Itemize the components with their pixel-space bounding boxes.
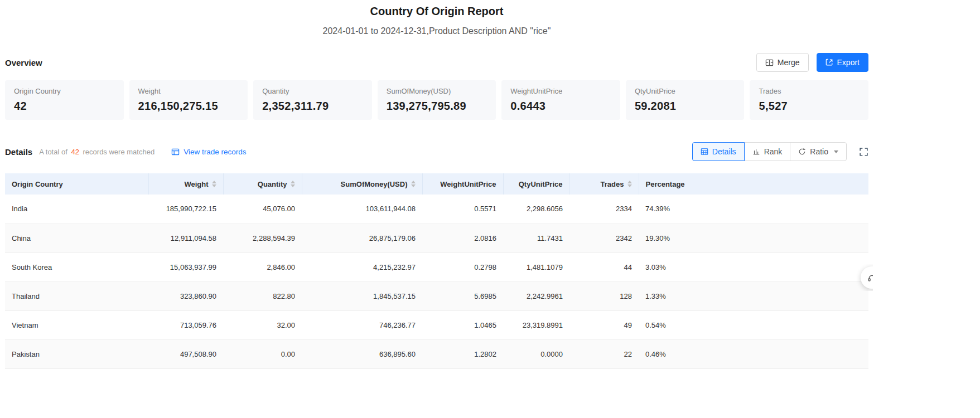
sort-carets-icon[interactable] (627, 181, 632, 187)
column-label: Quantity (258, 180, 287, 188)
value-cell: 2.0816 (422, 223, 503, 252)
chevron-down-icon (834, 150, 838, 153)
value-cell: 22 (569, 339, 639, 368)
value-cell: 0.54% (639, 310, 868, 339)
table-header-row: Origin Country Weight Quantity SumOfMone… (5, 173, 868, 195)
value-cell: 44 (569, 252, 639, 281)
view-trade-records-link[interactable]: View trade records (171, 148, 246, 156)
value-cell: 0.0000 (503, 339, 569, 368)
column-header[interactable]: Weight (148, 173, 223, 195)
stat-card: Trades 5,527 (750, 80, 868, 120)
value-cell: 822.80 (223, 281, 302, 310)
export-icon (825, 59, 833, 66)
value-cell: 26,875,179.06 (302, 223, 422, 252)
value-cell: 1.33% (639, 281, 868, 310)
stat-card-label: Trades (759, 87, 860, 95)
column-header[interactable]: SumOfMoney(USD) (302, 173, 422, 195)
support-button[interactable] (861, 266, 873, 289)
country-cell: Thailand (5, 281, 148, 310)
country-cell: Vietnam (5, 310, 148, 339)
stat-card-label: SumOfMoney(USD) (387, 87, 487, 95)
sort-carets-icon[interactable] (411, 181, 416, 187)
tab-ratio[interactable]: Ratio (790, 142, 847, 161)
country-cell: South Korea (5, 252, 148, 281)
stat-card: Origin Country 42 (5, 80, 124, 120)
details-bar: Details A total of 42 records were match… (5, 142, 868, 161)
value-cell: 103,611,944.08 (302, 195, 422, 223)
column-header[interactable]: Trades (569, 173, 639, 195)
table-row[interactable]: South Korea15,063,937.992,846.004,215,23… (5, 252, 868, 281)
value-cell: 2,846.00 (223, 252, 302, 281)
stat-card-label: Weight (138, 87, 239, 95)
export-button-label: Export (837, 58, 860, 67)
value-cell: 4,215,232.97 (302, 252, 422, 281)
table-row[interactable]: Thailand323,860.90822.801,845,537.155.69… (5, 281, 868, 310)
table-row[interactable]: China12,911,094.582,288,594.3926,875,179… (5, 223, 868, 252)
column-label: QtyUnitPrice (519, 180, 563, 188)
page-title: Country Of Origin Report (5, 0, 868, 18)
stat-card: Weight 216,150,275.15 (129, 80, 248, 120)
tab-ratio-label: Ratio (810, 147, 828, 156)
stat-card-label: WeightUnitPrice (510, 87, 611, 95)
value-cell: 497,508.90 (148, 339, 223, 368)
column-label: Percentage (646, 180, 685, 188)
value-cell: 636,895.60 (302, 339, 422, 368)
column-header[interactable]: Quantity (223, 173, 302, 195)
bar-chart-icon (752, 148, 760, 155)
value-cell: 2342 (569, 223, 639, 252)
stat-card-value: 2,352,311.79 (262, 100, 363, 113)
records-table-icon (171, 148, 180, 156)
column-label: Trades (601, 180, 624, 188)
support-widget (855, 264, 873, 291)
stat-card-label: Quantity (262, 87, 363, 95)
overview-cards: Origin Country 42 Weight 216,150,275.15 … (5, 80, 868, 120)
country-cell: China (5, 223, 148, 252)
table-row[interactable]: Vietnam713,059.7632.00746,236.771.046523… (5, 310, 868, 339)
stat-card-value: 5,527 (759, 100, 860, 113)
column-header: QtyUnitPrice (503, 173, 569, 195)
country-cell: Pakistan (5, 339, 148, 368)
stat-card: WeightUnitPrice 0.6443 (501, 80, 620, 120)
tab-details[interactable]: Details (692, 142, 745, 161)
value-cell: 185,990,722.15 (148, 195, 223, 223)
value-cell: 1,481.1079 (503, 252, 569, 281)
expand-icon (859, 147, 868, 157)
fullscreen-button[interactable] (859, 147, 868, 157)
stat-card-label: QtyUnitPrice (635, 87, 736, 95)
table-row[interactable]: India185,990,722.1545,076.00103,611,944.… (5, 195, 868, 223)
details-heading: Details (5, 147, 32, 157)
stat-card-value: 0.6443 (510, 100, 611, 113)
table-row[interactable]: Pakistan497,508.900.00636,895.601.28020.… (5, 339, 868, 368)
tab-details-label: Details (712, 147, 736, 156)
matched-count: 42 (71, 148, 79, 156)
overview-heading: Overview (5, 58, 42, 67)
sort-carets-icon[interactable] (212, 181, 216, 187)
matched-records-text: A total of 42 records were matched (39, 148, 155, 156)
stat-card-value: 139,275,795.89 (387, 100, 487, 113)
value-cell: 0.00 (223, 339, 302, 368)
stat-card-label: Origin Country (14, 87, 115, 95)
value-cell: 45,076.00 (223, 195, 302, 223)
view-trade-records-label: View trade records (184, 148, 246, 156)
sort-carets-icon[interactable] (291, 181, 295, 187)
value-cell: 2,298.6056 (503, 195, 569, 223)
value-cell: 5.6985 (422, 281, 503, 310)
value-cell: 19.30% (639, 223, 868, 252)
value-cell: 1.2802 (422, 339, 503, 368)
tab-rank[interactable]: Rank (744, 142, 791, 161)
stat-card-value: 59.2081 (635, 100, 736, 113)
overview-bar: Overview Merge Export (5, 53, 868, 72)
matched-prefix: A total of (39, 148, 67, 156)
column-label: Origin Country (12, 180, 63, 188)
value-cell: 1,845,537.15 (302, 281, 422, 310)
value-cell: 49 (569, 310, 639, 339)
merge-button[interactable]: Merge (756, 53, 809, 72)
column-label: SumOfMoney(USD) (341, 180, 408, 188)
value-cell: 0.46% (639, 339, 868, 368)
value-cell: 1.0465 (422, 310, 503, 339)
column-label: Weight (184, 180, 208, 188)
details-toolbar: Details Rank Ratio (692, 142, 868, 161)
export-button[interactable]: Export (817, 53, 868, 72)
country-cell: India (5, 195, 148, 223)
details-table: Origin Country Weight Quantity SumOfMone… (5, 173, 868, 369)
